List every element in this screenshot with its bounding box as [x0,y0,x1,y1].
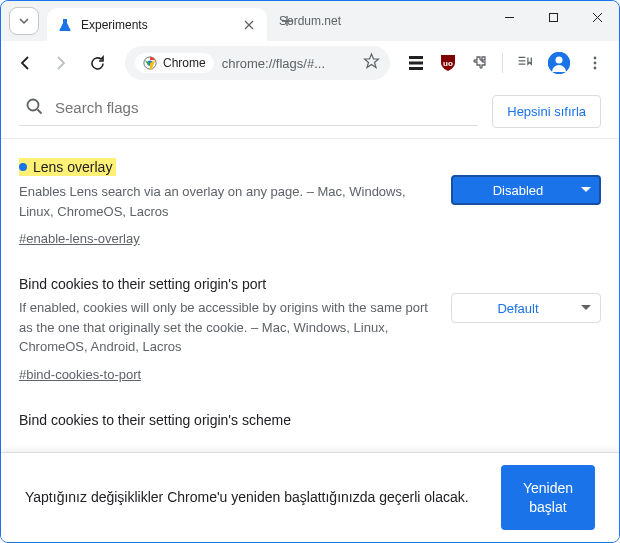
flag-info: Bind cookies to their setting origin's p… [19,275,431,383]
search-row: Hepsini sıfırla [1,85,619,138]
back-button[interactable] [9,47,41,79]
flag-state-select[interactable]: Disabled [451,175,601,205]
search-icon [25,97,45,117]
bookmark-star-icon[interactable] [363,53,380,74]
flag-hash-link[interactable]: #enable-lens-overlay [19,231,140,246]
extension-buffer-icon[interactable] [402,49,430,77]
profile-avatar[interactable] [548,52,570,74]
toolbar-divider [502,53,503,73]
restart-bar: Yaptığınız değişiklikler Chrome'u yenide… [1,452,619,542]
svg-rect-0 [549,13,557,21]
svg-point-9 [594,57,597,60]
modified-dot-icon [19,163,27,171]
flag-title-text: Lens overlay [33,159,112,175]
flag-item: Lens overlay Enables Lens search via an … [1,139,619,257]
menu-dots-icon[interactable] [579,47,611,79]
flag-item: Bind cookies to their setting origin's p… [1,257,619,393]
forward-button[interactable] [45,47,77,79]
chrome-logo-icon [143,56,157,70]
address-bar[interactable]: Chrome chrome://flags/#... [125,46,390,80]
window-title: Sordum.net [279,14,341,28]
flag-description: Enables Lens search via an overlay on an… [19,182,431,221]
close-tab-icon[interactable] [241,17,257,33]
restart-message: Yaptığınız değişiklikler Chrome'u yenide… [25,487,501,508]
window-controls [487,1,619,33]
svg-rect-4 [409,62,423,65]
site-chip[interactable]: Chrome [135,53,214,73]
flag-info: Bind cookies to their setting origin's s… [19,411,601,434]
svg-point-11 [594,67,597,70]
flag-select-wrap: Default [451,293,601,323]
flag-item: Bind cookies to their setting origin's s… [1,393,619,439]
flag-select-wrap: Disabled [451,175,601,205]
flag-state-select[interactable]: Default [451,293,601,323]
flag-info: Lens overlay Enables Lens search via an … [19,157,431,247]
svg-point-12 [28,100,39,111]
window-titlebar: Experiments Sordum.net [1,1,619,41]
site-chip-label: Chrome [163,56,206,70]
flask-icon [57,17,73,33]
svg-point-8 [556,57,563,64]
svg-text:uo: uo [443,59,453,68]
search-input[interactable] [55,99,478,116]
flags-content: Lens overlay Enables Lens search via an … [1,138,619,438]
flag-title: Bind cookies to their setting origin's s… [19,412,291,428]
svg-rect-3 [409,56,423,59]
tab-search-button[interactable] [9,7,39,35]
flag-description: If enabled, cookies will only be accessi… [19,298,431,357]
extensions-puzzle-icon[interactable] [466,49,494,77]
minimize-button[interactable] [487,1,531,33]
search-input-container [19,97,478,126]
svg-point-10 [594,62,597,65]
reset-all-button[interactable]: Hepsini sıfırla [492,95,601,128]
flag-title: Lens overlay [19,158,116,176]
flag-title: Bind cookies to their setting origin's p… [19,276,266,292]
tab-title: Experiments [81,18,233,32]
close-window-button[interactable] [575,1,619,33]
extension-ublock-icon[interactable]: uo [434,49,462,77]
reading-list-icon[interactable] [511,49,539,77]
reload-button[interactable] [81,47,113,79]
flag-hash-link[interactable]: #bind-cookies-to-port [19,367,141,382]
browser-tab[interactable]: Experiments [47,8,267,42]
url-text: chrome://flags/#... [222,56,355,71]
svg-rect-5 [409,67,423,70]
browser-toolbar: Chrome chrome://flags/#... uo [1,41,619,85]
maximize-button[interactable] [531,1,575,33]
restart-button[interactable]: Yenidenbaşlat [501,465,595,529]
